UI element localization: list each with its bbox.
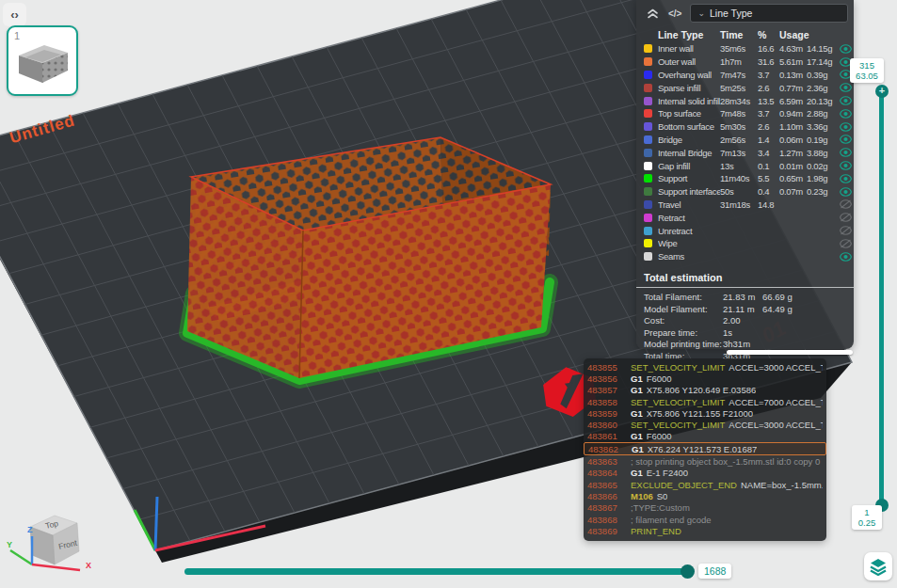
line-type-length: 0.13m	[779, 70, 807, 80]
gcode-command: SET_VELOCITY_LIMIT	[631, 362, 725, 373]
line-type-swatch	[644, 57, 652, 66]
line-type-weight: 0.39g	[807, 70, 837, 80]
gcode-line-number: 483865	[587, 480, 625, 490]
eye-icon[interactable]	[837, 174, 854, 183]
layer-slider-top-handle[interactable]: +	[875, 85, 889, 98]
line-type-percent: 2.6	[758, 121, 779, 132]
gcode-comment: ;TYPE:Custom	[631, 502, 690, 513]
gcode-line[interactable]: 483858SET_VELOCITY_LIMITACCEL=7000 ACCEL…	[584, 396, 826, 407]
line-type-row[interactable]: Seams	[636, 250, 854, 263]
line-type-weight: 0.23g	[807, 186, 837, 197]
eye-icon[interactable]	[837, 109, 854, 119]
gcode-command: G1	[631, 408, 643, 419]
code-view-button[interactable]: ‹›	[3, 3, 26, 26]
line-type-row[interactable]: Internal solid infill28m34s13.56.59m20.1…	[636, 94, 854, 107]
eye-icon[interactable]	[837, 187, 854, 197]
gcode-params: E-1 F2400	[647, 468, 688, 478]
model-preview[interactable]	[187, 137, 551, 380]
eye-icon[interactable]	[837, 148, 854, 157]
plate-thumbnail[interactable]: 1	[7, 25, 78, 96]
move-slider-handle[interactable]	[681, 564, 695, 579]
line-type-weight: 1.98g	[807, 173, 837, 183]
line-type-weight: 2.88g	[807, 108, 837, 119]
layers-mode-button[interactable]	[864, 552, 892, 580]
total-estimation-row: Model printing time:3h31m	[636, 339, 854, 351]
line-type-panel: </> ⌄ Line Type Line Type Time % Usage I…	[636, 0, 854, 349]
line-type-percent: 3.7	[758, 108, 779, 119]
line-type-percent: 3.4	[758, 148, 779, 158]
eye-icon[interactable]	[837, 83, 854, 92]
gcode-line[interactable]: 483860SET_VELOCITY_LIMITACCEL=3000 ACCEL…	[584, 419, 826, 430]
line-type-length: 0.77m	[779, 83, 807, 93]
line-type-row[interactable]: Travel31m18s14.8	[636, 199, 854, 212]
line-type-row[interactable]: Bridge2m56s1.40.06m0.19g	[636, 134, 854, 147]
gcode-params: NAME=box_-1.5mm.stl_id_0_copy_0	[741, 480, 823, 490]
eye-icon[interactable]	[837, 44, 854, 54]
gcode-line[interactable]: 483857G1X75.806 Y120.649 E.03586	[584, 385, 826, 396]
line-type-row[interactable]: Top surface7m48s3.70.94m2.88g	[636, 107, 854, 120]
gcode-line[interactable]: 483861G1F6000	[584, 431, 826, 442]
eye-off-icon[interactable]	[837, 239, 854, 248]
line-type-time: 7m47s	[720, 70, 758, 80]
line-type-label: Retract	[658, 213, 720, 223]
gcode-line[interactable]: 483859G1X75.806 Y121.155 F21000	[584, 407, 826, 419]
line-type-row[interactable]: Support11m40s5.50.65m1.98g	[636, 172, 854, 185]
layer-slider-track[interactable]	[879, 91, 884, 505]
view-mode-dropdown[interactable]: ⌄ Line Type	[690, 4, 848, 23]
line-type-row[interactable]: Sparse infill5m25s2.60.77m2.36g	[636, 81, 854, 94]
line-type-weight: 17.14g	[807, 56, 837, 67]
eye-off-icon[interactable]	[837, 199, 854, 209]
gcode-line-number: 483866	[587, 491, 625, 501]
line-type-row[interactable]: Bottom surface5m30s2.61.10m3.36g	[636, 120, 854, 134]
line-type-row[interactable]: Internal Bridge7m13s3.41.27m3.88g	[636, 146, 854, 159]
line-type-percent: 0.4	[758, 186, 779, 197]
gcode-line[interactable]: 483867;TYPE:Custom	[584, 502, 826, 514]
gcode-line[interactable]: 483864G1E-1 F2400	[584, 468, 826, 479]
line-type-percent: 16.6	[758, 43, 779, 54]
view-cube[interactable]: Top Front Y Z X	[5, 510, 104, 588]
line-type-row[interactable]: Retract	[636, 211, 854, 224]
estimation-label: Prepare time:	[644, 327, 723, 338]
eye-off-icon[interactable]	[837, 226, 854, 235]
line-type-row[interactable]: Unretract	[636, 224, 854, 237]
line-type-length: 1.10m	[779, 121, 807, 132]
line-type-label: Internal solid infill	[658, 96, 720, 106]
gcode-panel-handle[interactable]	[727, 350, 853, 355]
line-type-time: 5m25s	[720, 83, 758, 93]
collapse-panel-button[interactable]	[647, 8, 659, 20]
total-estimation-row: Model Filament:21.11 m64.49 g	[636, 303, 854, 315]
gcode-view-button[interactable]: </>	[668, 8, 681, 19]
gcode-lines: 483855SET_VELOCITY_LIMITACCEL=3000 ACCEL…	[584, 361, 826, 536]
gcode-command: G1	[631, 431, 643, 441]
move-slider-track[interactable]	[184, 568, 690, 575]
line-type-percent: 0.1	[758, 161, 779, 171]
gcode-line[interactable]: 483869PRINT_END	[584, 525, 826, 536]
gcode-line[interactable]: 483856G1F6000	[584, 373, 826, 384]
code-icon: ‹›	[10, 8, 19, 22]
line-type-row[interactable]: Overhang wall7m47s3.70.13m0.39g	[636, 69, 854, 82]
line-type-length: 0.65m	[779, 173, 807, 183]
line-type-row[interactable]: Inner wall35m6s16.64.63m14.15g	[636, 42, 854, 56]
gcode-line-number: 483863	[587, 456, 625, 467]
gcode-line[interactable]: 483868; filament end gcode	[584, 514, 826, 525]
gcode-line[interactable]: 483855SET_VELOCITY_LIMITACCEL=3000 ACCEL…	[584, 361, 826, 373]
gcode-line[interactable]: 483866M106S0	[584, 490, 826, 501]
line-type-row[interactable]: Gap infill13s0.10.01m0.02g	[636, 159, 854, 172]
line-type-row[interactable]: Outer wall1h7m31.65.61m17.14g	[636, 56, 854, 69]
eye-icon[interactable]	[837, 135, 854, 144]
eye-icon[interactable]	[837, 161, 854, 170]
line-type-row[interactable]: Support interface50s0.40.07m0.23g	[636, 185, 854, 199]
eye-icon[interactable]	[837, 122, 854, 132]
eye-icon[interactable]	[837, 96, 854, 105]
line-type-row[interactable]: Wipe	[636, 237, 854, 250]
line-type-percent: 1.4	[758, 135, 779, 145]
gcode-line[interactable]: 483863; stop printing object box_-1.5mm.…	[584, 455, 826, 467]
gcode-line-number: 483867	[587, 502, 625, 513]
gcode-line-current[interactable]: 483862G1X76.224 Y121.573 E.01687	[584, 442, 826, 455]
eye-off-icon[interactable]	[837, 213, 854, 222]
gcode-line[interactable]: 483865EXCLUDE_OBJECT_ENDNAME=box_-1.5mm.…	[584, 479, 826, 490]
estimation-value-2: 66.69 g	[762, 292, 793, 302]
eye-icon[interactable]	[837, 252, 854, 262]
divider	[636, 287, 854, 288]
layer-bottom-height: 0.25	[856, 517, 878, 528]
